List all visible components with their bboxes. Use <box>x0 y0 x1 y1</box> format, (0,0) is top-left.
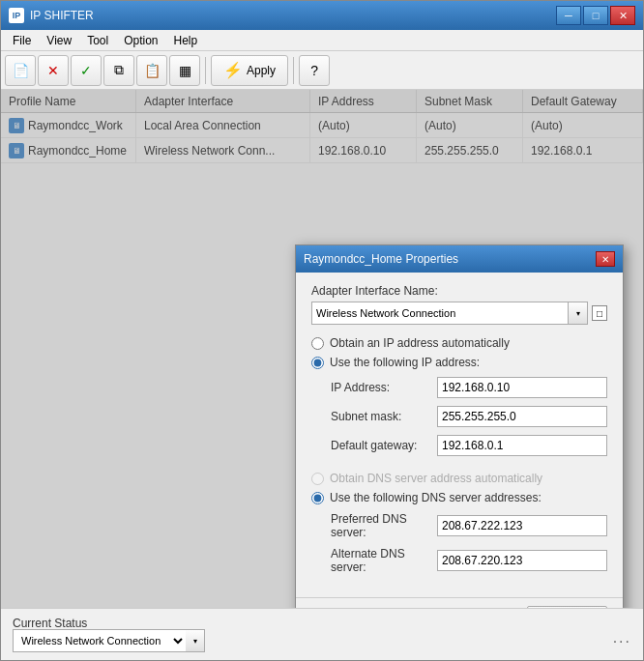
auto-dns-label: Obtain DNS server address automatically <box>330 472 542 485</box>
menu-help[interactable]: Help <box>166 32 206 49</box>
title-bar-buttons: ─ □ ✕ <box>556 6 635 25</box>
auto-ip-radio[interactable] <box>311 337 324 350</box>
modal-overlay: Raymondcc_Home Properties ✕ Adapter Inte… <box>1 90 643 608</box>
default-gateway-input[interactable] <box>437 435 607 456</box>
dialog-close-button[interactable]: ✕ <box>596 251 615 267</box>
ip-radio-group: Obtain an IP address automatically Use t… <box>311 336 607 369</box>
maximize-button[interactable]: □ <box>583 6 608 25</box>
adapter-dropdown-arrow[interactable]: ▾ <box>569 302 588 325</box>
new-button[interactable]: 📄 <box>5 55 36 86</box>
status-bar: Current Status Wireless Network Connecti… <box>1 608 643 660</box>
status-dropdown-row: Wireless Network Connection ▾ <box>13 629 205 652</box>
dialog-title-text: Raymondcc_Home Properties <box>304 252 596 266</box>
save-button[interactable]: ✓ <box>71 55 102 86</box>
current-status-label: Current Status <box>13 617 87 630</box>
alternate-dns-row: Alternate DNS server: <box>331 547 607 574</box>
ip-address-input[interactable] <box>437 377 607 398</box>
auto-dns-radio-row: Obtain DNS server address automatically <box>311 472 607 485</box>
preferred-dns-label: Preferred DNS server: <box>331 512 437 539</box>
copy-button[interactable]: ⧉ <box>103 55 134 86</box>
dns-radio-group: Obtain DNS server address automatically … <box>311 472 607 504</box>
manual-dns-label: Use the following DNS server addresses: <box>330 491 542 504</box>
dialog-body: Adapter Interface Name: Wireless Network… <box>296 273 623 593</box>
auto-dns-radio[interactable] <box>311 473 324 485</box>
manual-ip-radio-row: Use the following IP address: <box>311 356 607 369</box>
alternate-dns-input[interactable] <box>437 550 607 571</box>
alternate-dns-label: Alternate DNS server: <box>331 547 437 574</box>
dialog-footer: Change Browser Proxies Settings >> <box>296 597 623 608</box>
dialog-title-bar: Raymondcc_Home Properties ✕ <box>296 245 623 273</box>
section-divider <box>311 464 607 472</box>
apply-icon: ⚡ <box>223 61 243 79</box>
adapter-select[interactable]: Wireless Network Connection <box>311 302 569 325</box>
ip-address-row: IP Address: <box>331 377 607 398</box>
apply-label: Apply <box>247 64 276 77</box>
preferred-dns-row: Preferred DNS server: <box>331 512 607 539</box>
close-button[interactable]: ✕ <box>610 6 635 25</box>
ip-address-label: IP Address: <box>331 381 437 394</box>
apply-button[interactable]: ⚡ Apply <box>211 55 288 86</box>
more-options-dots[interactable]: ... <box>613 629 631 647</box>
window-title: IP SHIFTER <box>30 9 556 22</box>
expand-button[interactable]: □ <box>592 305 607 321</box>
main-window: IP IP SHIFTER ─ □ ✕ File View Tool Optio… <box>0 0 644 661</box>
subnet-mask-row: Subnet mask: <box>331 406 607 427</box>
manual-dns-radio-row: Use the following DNS server addresses: <box>311 491 607 504</box>
manual-ip-label: Use the following IP address: <box>330 356 480 369</box>
preferred-dns-input[interactable] <box>437 515 607 536</box>
toolbar-separator-2 <box>293 57 294 84</box>
menu-view[interactable]: View <box>39 32 79 49</box>
title-bar: IP IP SHIFTER ─ □ ✕ <box>1 1 643 30</box>
adapter-dropdown-row: Wireless Network Connection ▾ □ <box>311 302 607 325</box>
toolbar-separator <box>205 57 206 84</box>
status-dropdown[interactable]: Wireless Network Connection <box>13 629 187 652</box>
toolbar: 📄 ✕ ✓ ⧉ 📋 ▦ ⚡ Apply ? <box>1 51 643 90</box>
settings-button[interactable]: Settings >> <box>527 606 607 608</box>
paste-button[interactable]: 📋 <box>136 55 167 86</box>
minimize-button[interactable]: ─ <box>556 6 581 25</box>
menu-bar: File View Tool Option Help <box>1 30 643 51</box>
app-icon: IP <box>9 8 24 23</box>
menu-option[interactable]: Option <box>116 32 165 49</box>
default-gateway-label: Default gateway: <box>331 439 437 452</box>
auto-ip-radio-row: Obtain an IP address automatically <box>311 336 607 350</box>
manual-dns-radio[interactable] <box>311 492 324 504</box>
default-gateway-row: Default gateway: <box>331 435 607 456</box>
delete-button[interactable]: ✕ <box>38 55 69 86</box>
properties-dialog: Raymondcc_Home Properties ✕ Adapter Inte… <box>295 244 624 608</box>
auto-ip-label: Obtain an IP address automatically <box>330 336 510 350</box>
table-area: Profile Name Adapter Interface IP Addres… <box>1 90 643 608</box>
manual-ip-radio[interactable] <box>311 357 324 369</box>
help-button[interactable]: ? <box>299 55 330 86</box>
menu-tool[interactable]: Tool <box>79 32 116 49</box>
grid-button[interactable]: ▦ <box>169 55 200 86</box>
subnet-mask-label: Subnet mask: <box>331 410 437 423</box>
subnet-mask-input[interactable] <box>437 406 607 427</box>
menu-file[interactable]: File <box>5 32 39 49</box>
adapter-label: Adapter Interface Name: <box>311 284 607 298</box>
status-dropdown-arrow[interactable]: ▾ <box>186 629 205 652</box>
